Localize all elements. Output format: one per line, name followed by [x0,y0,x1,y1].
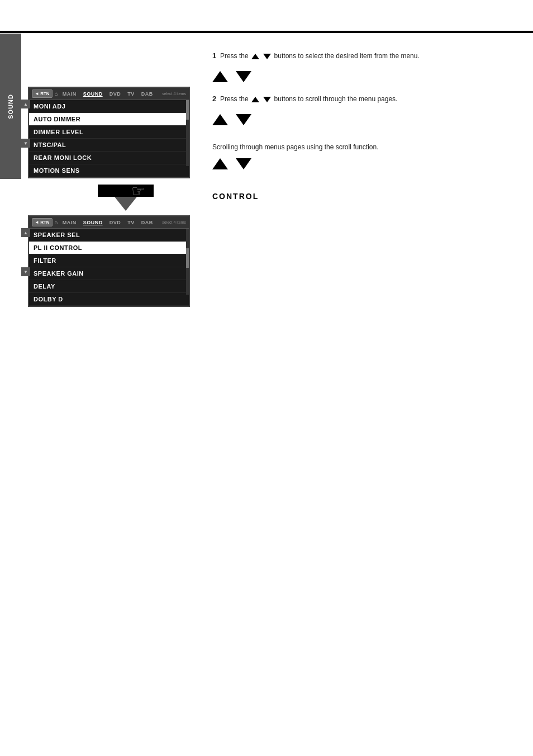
menu-item-rear-moni-lock[interactable]: REAR MONI LOCK [29,152,189,164]
control-label: CONTROL [212,192,522,201]
hand-icon: ☞ [131,182,145,200]
menu-item-motion-sens[interactable]: MOTION SENS [29,164,189,177]
large-up-arrow-2 [212,114,228,125]
menu-item-filter[interactable]: FILTER [29,254,189,267]
menu-item-speaker-sel[interactable]: SPEAKER SEL [29,229,189,242]
scroll-transition-arrow: ☞ [98,185,154,211]
step2-block: 2 Press the buttons to scroll through th… [212,93,522,105]
top-tab-dab[interactable]: DAB [139,91,155,97]
bottom-screen: ◄ RTN ⌂ MAIN SOUND DVD TV DAB select 4 i… [28,215,190,307]
arrows-display-3 [212,158,522,169]
top-screen-nav: ◄ RTN ⌂ MAIN SOUND DVD TV DAB select 4 i… [29,88,189,100]
step3-block: Scrolling through menus pages using the … [212,142,522,153]
menu-item-dolby-d[interactable]: DOLBY D [29,293,189,306]
scroll-indicator-bottom-up: ▲ [21,228,30,237]
menu-item-speaker-gain[interactable]: SPEAKER GAIN [29,267,189,280]
large-down-arrow-2 [236,114,251,125]
right-instructions: 1 Press the buttons to select the desire… [212,39,522,201]
step1-text: 1 Press the buttons to select the desire… [212,50,522,62]
top-home-icon: ⌂ [55,91,58,97]
bottom-tab-dvd[interactable]: DVD [107,219,123,226]
menu-item-delay[interactable]: DELAY [29,280,189,293]
bottom-scrollbar-track [186,229,189,295]
sidebar-tab: SOUND [0,34,21,179]
sidebar-label: SOUND [7,94,14,119]
step2-text: 2 Press the buttons to scroll through th… [212,93,522,105]
down-arrow-icon-2 [263,97,271,102]
bottom-tab-sound[interactable]: SOUND [81,219,105,226]
top-tab-sound[interactable]: SOUND [81,91,105,97]
scroll-indicator-top-up: ▲ [21,100,30,108]
down-arrow-icon-1 [263,54,271,59]
top-scrollbar-thumb [186,100,189,120]
top-tab-main[interactable]: MAIN [60,91,79,97]
bottom-tab-tv[interactable]: TV [125,219,137,226]
top-tab-dvd[interactable]: DVD [107,91,123,97]
large-down-arrow-3 [236,158,251,169]
top-screen: ◄ RTN ⌂ MAIN SOUND DVD TV DAB select 4 i… [28,87,190,178]
bottom-tab-dab[interactable]: DAB [139,219,155,226]
menu-item-ntsc-pal[interactable]: NTSC/PAL [29,139,189,152]
arrows-display-1 [212,71,522,82]
control-section: CONTROL [212,192,522,201]
bottom-rtn-btn[interactable]: ◄ RTN [32,218,53,226]
bottom-nav-hint: select 4 items [162,220,186,224]
scroll-indicator-bottom-down: ▼ [21,267,30,276]
page-header-line [0,31,533,33]
step3-text: Scrolling through menus pages using the … [212,142,522,153]
menu-item-pl2-control[interactable]: PL II CONTROL [29,242,189,254]
arrows-display-2 [212,114,522,125]
bottom-screen-nav: ◄ RTN ⌂ MAIN SOUND DVD TV DAB select 4 i… [29,216,189,229]
top-rtn-btn[interactable]: ◄ RTN [32,89,53,98]
transition-bar [98,185,154,197]
bottom-tab-main[interactable]: MAIN [60,219,79,226]
top-scrollbar-track [186,100,189,166]
top-screen-container: ◄ RTN ⌂ MAIN SOUND DVD TV DAB select 4 i… [28,87,190,178]
top-tab-tv[interactable]: TV [125,91,137,97]
scroll-indicator-top-down: ▼ [21,139,30,148]
large-up-arrow-3 [212,158,228,169]
menu-item-moni-adj[interactable]: MONI ADJ [29,100,189,113]
large-up-arrow-1 [212,71,228,82]
up-arrow-icon-2 [251,97,259,102]
bottom-scrollbar-thumb [186,248,189,268]
up-arrow-icon-1 [251,54,259,59]
bottom-screen-container: ◄ RTN ⌂ MAIN SOUND DVD TV DAB select 4 i… [28,215,190,307]
menu-item-dimmer-level[interactable]: DIMMER LEVEL [29,126,189,139]
step1-block: 1 Press the buttons to select the desire… [212,50,522,62]
bottom-home-icon: ⌂ [55,219,58,225]
menu-item-auto-dimmer[interactable]: AUTO DIMMER [29,113,189,126]
top-nav-hint: select 4 items [162,92,186,96]
bottom-screen-menu: SPEAKER SEL PL II CONTROL FILTER SPEAKER… [29,229,189,306]
top-screen-menu: MONI ADJ AUTO DIMMER DIMMER LEVEL NTSC/P… [29,100,189,177]
large-down-arrow-1 [236,71,251,82]
